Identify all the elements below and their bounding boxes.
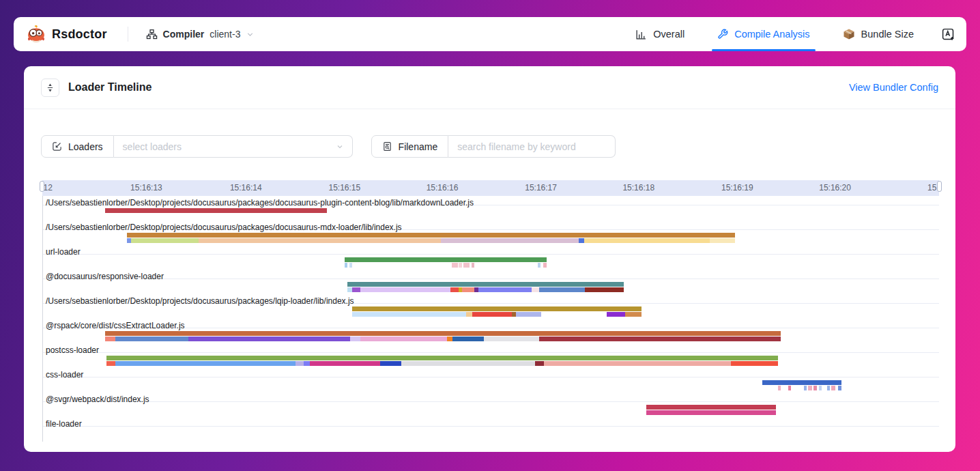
loader-span[interactable]: [516, 312, 541, 317]
loader-span[interactable]: [710, 238, 735, 243]
filename-search-input[interactable]: [448, 135, 616, 158]
loader-span[interactable]: [472, 312, 512, 317]
nav-bundle-size[interactable]: Bundle Size: [840, 17, 917, 51]
compiler-label: Compiler: [163, 29, 205, 40]
loader-span[interactable]: [532, 287, 540, 292]
timeline-row: @rspack/core/dist/cssExtractLoader.js: [43, 319, 939, 343]
brush-handle-left[interactable]: [40, 181, 44, 192]
loader-span[interactable]: [131, 238, 199, 243]
loader-span[interactable]: [579, 238, 584, 243]
brush-handle-right[interactable]: [937, 181, 942, 192]
loader-span[interactable]: [778, 386, 781, 390]
loader-span[interactable]: [646, 410, 776, 415]
loader-span[interactable]: [472, 263, 474, 268]
timeline-lane: [43, 361, 939, 366]
timeline-lane: [43, 238, 939, 243]
loader-span[interactable]: [462, 287, 474, 292]
timeline-axis[interactable]: :1215:16:1315:16:1415:16:1515:16:1615:16…: [42, 180, 939, 196]
loader-span[interactable]: [106, 356, 777, 360]
loader-span[interactable]: [827, 386, 830, 390]
nav-bundle-size-label: Bundle Size: [861, 29, 914, 40]
loader-span[interactable]: [115, 337, 188, 341]
loader-span[interactable]: [352, 306, 642, 311]
loader-span[interactable]: [296, 361, 304, 366]
loader-span[interactable]: [352, 312, 466, 317]
axis-tick: 15:16:15: [328, 183, 360, 192]
loader-span[interactable]: [538, 263, 541, 268]
loader-span[interactable]: [349, 263, 352, 268]
nav-compile-analysis[interactable]: Compile Analysis: [715, 17, 812, 51]
loader-name: /Users/sebastienlorber/Desktop/projects/…: [43, 198, 474, 208]
loader-span[interactable]: [584, 238, 710, 243]
loader-span[interactable]: [813, 386, 817, 390]
loader-span[interactable]: [819, 386, 822, 390]
loader-span[interactable]: [345, 257, 546, 262]
loader-span[interactable]: [105, 331, 781, 336]
loader-span[interactable]: [447, 337, 452, 341]
loaders-addon: Loaders: [41, 135, 114, 158]
loaders-select[interactable]: select loaders: [114, 135, 353, 158]
translate-icon[interactable]: [941, 27, 955, 42]
loader-span[interactable]: [352, 287, 360, 292]
loader-span[interactable]: [115, 361, 296, 366]
loader-span[interactable]: [484, 337, 539, 341]
loader-span[interactable]: [380, 361, 402, 366]
loader-span[interactable]: [106, 361, 115, 366]
loader-span[interactable]: [127, 233, 734, 238]
loader-span[interactable]: [304, 361, 310, 366]
loader-span[interactable]: [762, 380, 841, 385]
loader-span[interactable]: [838, 386, 841, 390]
timeline-lane: [43, 380, 939, 385]
loader-span[interactable]: [625, 312, 642, 317]
timeline-lane: [43, 312, 939, 317]
loader-span[interactable]: [452, 263, 458, 268]
loader-span[interactable]: [188, 337, 351, 341]
loader-span[interactable]: [441, 238, 579, 243]
filename-addon-label: Filename: [399, 141, 438, 152]
loader-timeline-chart: :1215:16:1315:16:1415:16:1515:16:1615:16…: [42, 180, 939, 442]
loader-span[interactable]: [347, 287, 352, 292]
loader-span[interactable]: [831, 386, 835, 390]
loader-span[interactable]: [199, 238, 441, 243]
loader-name: @docusaurus/responsive-loader: [43, 272, 164, 281]
loader-span[interactable]: [808, 386, 811, 390]
loader-span[interactable]: [105, 337, 116, 341]
loader-span[interactable]: [543, 263, 547, 268]
loaders-select-placeholder: select loaders: [123, 141, 336, 152]
loader-span[interactable]: [731, 361, 777, 366]
loader-span[interactable]: [535, 361, 544, 366]
header-divider: [128, 27, 128, 42]
loader-name: css-loader: [43, 370, 83, 380]
loader-span[interactable]: [788, 386, 791, 390]
loader-span[interactable]: [401, 361, 535, 366]
loader-span[interactable]: [463, 263, 470, 268]
loader-span[interactable]: [585, 287, 623, 292]
loader-span[interactable]: [350, 337, 360, 341]
compiler-selector[interactable]: Compiler client-3: [146, 29, 255, 40]
loader-span[interactable]: [450, 287, 459, 292]
nav-overall[interactable]: Overall: [633, 17, 687, 51]
loader-span[interactable]: [646, 405, 776, 410]
loader-span[interactable]: [452, 337, 484, 341]
loader-span[interactable]: [105, 208, 328, 213]
chevron-down-icon: [246, 30, 255, 39]
view-bundler-config-link[interactable]: View Bundler Config: [849, 82, 938, 93]
chevron-down-icon: [336, 143, 344, 151]
loader-span[interactable]: [360, 287, 451, 292]
loader-span[interactable]: [607, 312, 626, 317]
loader-span[interactable]: [360, 337, 447, 341]
loader-span[interactable]: [347, 282, 623, 287]
loader-span[interactable]: [544, 361, 731, 366]
loader-span[interactable]: [804, 386, 807, 390]
loader-span[interactable]: [539, 287, 585, 292]
loader-span[interactable]: [539, 337, 780, 341]
loader-name: @rspack/core/dist/cssExtractLoader.js: [43, 321, 185, 330]
compiler-icon: [146, 29, 158, 40]
loader-span[interactable]: [466, 312, 472, 317]
column-height-icon[interactable]: [41, 78, 59, 97]
axis-tick: 15:16:20: [819, 183, 851, 192]
loader-span[interactable]: [345, 263, 347, 268]
loader-span[interactable]: [310, 361, 379, 366]
loader-span[interactable]: [478, 287, 531, 292]
loader-span[interactable]: [459, 263, 462, 268]
